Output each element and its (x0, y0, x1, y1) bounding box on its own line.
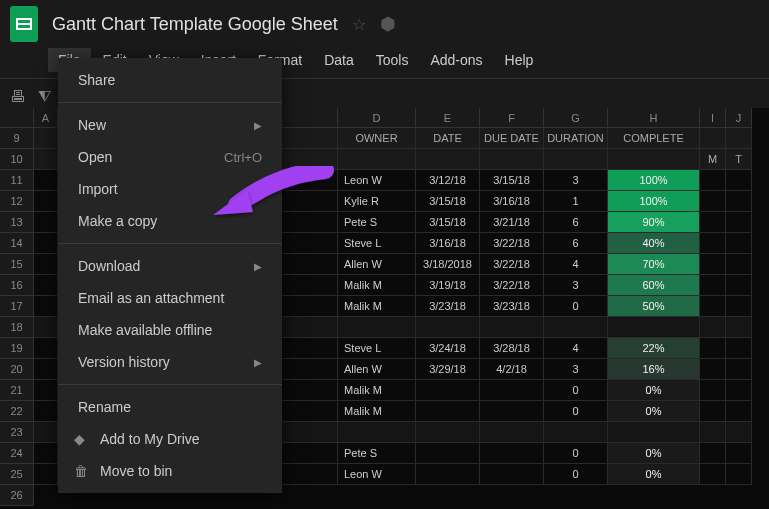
cell[interactable]: DURATION (544, 128, 608, 149)
cell[interactable] (480, 443, 544, 464)
cell[interactable]: Malik M (338, 401, 416, 422)
cell[interactable] (726, 443, 752, 464)
cell[interactable] (726, 380, 752, 401)
cell[interactable] (544, 149, 608, 170)
menu-move-to-bin[interactable]: 🗑Move to bin (58, 455, 282, 487)
cell[interactable]: Leon W (338, 170, 416, 191)
cell[interactable]: 3/24/18 (416, 338, 480, 359)
cell[interactable] (700, 317, 726, 338)
cell[interactable] (34, 338, 58, 359)
menu-download[interactable]: Download▶ (58, 250, 282, 282)
cell[interactable]: 3/12/18 (416, 170, 480, 191)
cell[interactable] (416, 149, 480, 170)
cell[interactable]: Malik M (338, 380, 416, 401)
folder-icon[interactable]: ⬢ (380, 13, 396, 35)
cell[interactable] (338, 317, 416, 338)
cell[interactable]: 70% (608, 254, 700, 275)
cell[interactable]: Pete S (338, 443, 416, 464)
cell[interactable] (700, 128, 726, 149)
row-header[interactable]: 11 (0, 170, 34, 191)
cell[interactable]: 90% (608, 212, 700, 233)
cell[interactable]: Pete S (338, 212, 416, 233)
cell[interactable] (544, 317, 608, 338)
cell[interactable]: T (726, 149, 752, 170)
cell[interactable] (34, 275, 58, 296)
cell[interactable]: M (700, 149, 726, 170)
cell[interactable] (700, 296, 726, 317)
doc-title[interactable]: Gantt Chart Template Google Sheet (52, 14, 338, 35)
menu-offline[interactable]: Make available offline (58, 314, 282, 346)
cell[interactable]: 22% (608, 338, 700, 359)
cell[interactable]: 3 (544, 359, 608, 380)
select-all-corner[interactable] (0, 108, 34, 128)
menu-import[interactable]: Import (58, 173, 282, 205)
cell[interactable]: 3/15/18 (416, 212, 480, 233)
cell[interactable]: Malik M (338, 296, 416, 317)
cell[interactable] (700, 275, 726, 296)
menu-help[interactable]: Help (495, 48, 544, 72)
menu-rename[interactable]: Rename (58, 391, 282, 423)
cell[interactable] (480, 317, 544, 338)
cell[interactable] (700, 233, 726, 254)
cell[interactable]: 3/16/18 (416, 233, 480, 254)
menu-version-history[interactable]: Version history▶ (58, 346, 282, 378)
cell[interactable]: 3/28/18 (480, 338, 544, 359)
cell[interactable] (416, 380, 480, 401)
cell[interactable] (700, 401, 726, 422)
col-header-I[interactable]: I (700, 108, 726, 128)
cell[interactable] (416, 422, 480, 443)
cell[interactable] (726, 401, 752, 422)
cell[interactable]: 100% (608, 170, 700, 191)
cell[interactable] (726, 275, 752, 296)
cell[interactable] (700, 359, 726, 380)
row-header[interactable]: 18 (0, 317, 34, 338)
cell[interactable] (416, 401, 480, 422)
col-header-E[interactable]: E (416, 108, 480, 128)
cell[interactable] (34, 359, 58, 380)
cell[interactable] (700, 380, 726, 401)
cell[interactable] (726, 170, 752, 191)
cell[interactable]: 50% (608, 296, 700, 317)
cell[interactable]: 4/2/18 (480, 359, 544, 380)
cell[interactable] (480, 380, 544, 401)
cell[interactable]: 16% (608, 359, 700, 380)
col-header-F[interactable]: F (480, 108, 544, 128)
cell[interactable] (34, 254, 58, 275)
col-header-G[interactable]: G (544, 108, 608, 128)
cell[interactable]: 3/22/18 (480, 254, 544, 275)
cell[interactable] (726, 128, 752, 149)
menu-add-to-drive[interactable]: ◆Add to My Drive (58, 423, 282, 455)
cell[interactable] (480, 422, 544, 443)
cell[interactable] (726, 296, 752, 317)
star-icon[interactable]: ☆ (352, 15, 366, 34)
cell[interactable] (34, 464, 58, 485)
cell[interactable] (338, 422, 416, 443)
cell[interactable]: DATE (416, 128, 480, 149)
row-header[interactable]: 20 (0, 359, 34, 380)
cell[interactable] (416, 464, 480, 485)
cell[interactable]: COMPLETE (608, 128, 700, 149)
cell[interactable]: Steve L (338, 233, 416, 254)
row-header[interactable]: 26 (0, 485, 34, 506)
cell[interactable]: 0% (608, 464, 700, 485)
row-header[interactable]: 12 (0, 191, 34, 212)
menu-make-copy[interactable]: Make a copy (58, 205, 282, 237)
row-header[interactable]: 9 (0, 128, 34, 149)
cell[interactable]: 0 (544, 296, 608, 317)
cell[interactable]: 4 (544, 254, 608, 275)
cell[interactable] (34, 170, 58, 191)
cell[interactable]: 3/21/18 (480, 212, 544, 233)
cell[interactable] (726, 338, 752, 359)
cell[interactable] (700, 170, 726, 191)
row-header[interactable]: 10 (0, 149, 34, 170)
cell[interactable]: 3/23/18 (480, 296, 544, 317)
menu-addons[interactable]: Add-ons (420, 48, 492, 72)
cell[interactable]: Leon W (338, 464, 416, 485)
cell[interactable] (544, 422, 608, 443)
cell[interactable]: Kylie R (338, 191, 416, 212)
cell[interactable]: 0% (608, 380, 700, 401)
cell[interactable]: DUE DATE (480, 128, 544, 149)
menu-data[interactable]: Data (314, 48, 364, 72)
cell[interactable]: Allen W (338, 254, 416, 275)
menu-email-attachment[interactable]: Email as an attachment (58, 282, 282, 314)
